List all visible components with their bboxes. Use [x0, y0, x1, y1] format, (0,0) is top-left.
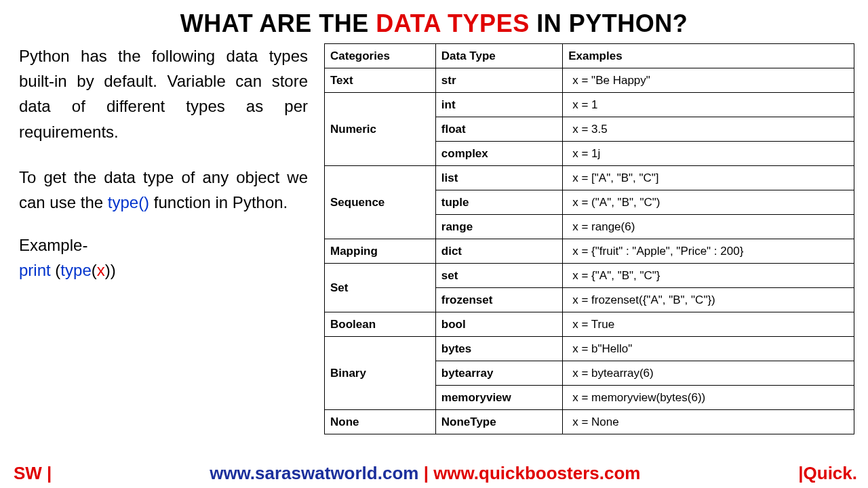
table-row: Sequencelistx = ["A", "B", "C"] [325, 166, 854, 190]
header-data-type: Data Type [435, 44, 562, 68]
category-cell: Sequence [325, 166, 436, 239]
example-cell: x = 3.5 [563, 117, 854, 142]
data-type-cell: list [435, 166, 562, 190]
data-type-cell: NoneType [435, 410, 562, 434]
example-code: print (type(x)) [19, 258, 308, 283]
footer-link-saraswat: www.saraswatworld.com [210, 463, 418, 483]
data-types-table: Categories Data Type Examples Textstrx =… [324, 43, 854, 434]
footer: SW | www.saraswatworld.com | www.quickbo… [0, 463, 868, 484]
example-cell: x = bytearray(6) [563, 361, 854, 386]
table-header-row: Categories Data Type Examples [325, 44, 854, 68]
table-column: Categories Data Type Examples Textstrx =… [324, 43, 854, 434]
data-type-cell: int [435, 93, 562, 117]
category-cell: None [325, 410, 436, 434]
intro-paragraph: Python has the following data types buil… [19, 43, 308, 144]
table-row: NoneNoneTypex = None [325, 410, 854, 434]
example-cell: x = {"A", "B", "C"} [563, 264, 854, 288]
data-type-cell: str [435, 68, 562, 93]
footer-separator: | [418, 463, 433, 483]
footer-link-quickboosters: www.quickboosters.com [433, 463, 640, 483]
data-type-cell: bool [435, 312, 562, 337]
example-cell: x = {"fruit" : "Apple", "Price" : 200} [563, 239, 854, 264]
page-title: WHAT ARE THE DATA TYPES IN PYTHON? [0, 0, 868, 38]
footer-left: SW | [14, 463, 52, 484]
description-column: Python has the following data types buil… [19, 43, 324, 434]
example-cell: x = ("A", "B", "C") [563, 190, 854, 215]
type-function-paragraph: To get the data type of any object we ca… [19, 165, 308, 215]
example-cell: x = b"Hello" [563, 337, 854, 361]
title-highlight: DATA TYPES [376, 9, 529, 37]
example-cell: x = memoryview(bytes(6)) [563, 386, 854, 410]
table-row: Mappingdictx = {"fruit" : "Apple", "Pric… [325, 239, 854, 264]
data-type-cell: complex [435, 142, 562, 166]
example-cell: x = 1j [563, 142, 854, 166]
example-cell: x = 1 [563, 93, 854, 117]
title-post: IN PYTHON? [530, 9, 688, 37]
example-cell: x = True [563, 312, 854, 337]
footer-right: |Quick. [798, 463, 857, 484]
data-type-cell: dict [435, 239, 562, 264]
example-cell: x = ["A", "B", "C"] [563, 166, 854, 190]
category-cell: Mapping [325, 239, 436, 264]
category-cell: Set [325, 264, 436, 312]
table-row: Binarybytesx = b"Hello" [325, 337, 854, 361]
table-row: Booleanboolx = True [325, 312, 854, 337]
table-row: Setsetx = {"A", "B", "C"} [325, 264, 854, 288]
header-categories: Categories [325, 44, 436, 68]
example-cell: x = "Be Happy" [563, 68, 854, 93]
data-type-cell: bytes [435, 337, 562, 361]
table-row: Numericintx = 1 [325, 93, 854, 117]
example-cell: x = None [563, 410, 854, 434]
example-cell: x = range(6) [563, 215, 854, 239]
content-area: Python has the following data types buil… [0, 38, 868, 434]
category-cell: Binary [325, 337, 436, 410]
data-type-cell: float [435, 117, 562, 142]
example-label: Example- [19, 232, 308, 258]
category-cell: Numeric [325, 93, 436, 166]
header-examples: Examples [563, 44, 854, 68]
category-cell: Text [325, 68, 436, 93]
data-type-cell: frozenset [435, 288, 562, 312]
table-row: Textstrx = "Be Happy" [325, 68, 854, 93]
category-cell: Boolean [325, 312, 436, 337]
data-type-cell: set [435, 264, 562, 288]
example-cell: x = frozenset({"A", "B", "C"}) [563, 288, 854, 312]
footer-center: www.saraswatworld.com | www.quickbooster… [52, 463, 798, 484]
data-type-cell: bytearray [435, 361, 562, 386]
title-pre: WHAT ARE THE [180, 9, 376, 37]
data-type-cell: memoryview [435, 386, 562, 410]
data-type-cell: range [435, 215, 562, 239]
data-type-cell: tuple [435, 190, 562, 215]
